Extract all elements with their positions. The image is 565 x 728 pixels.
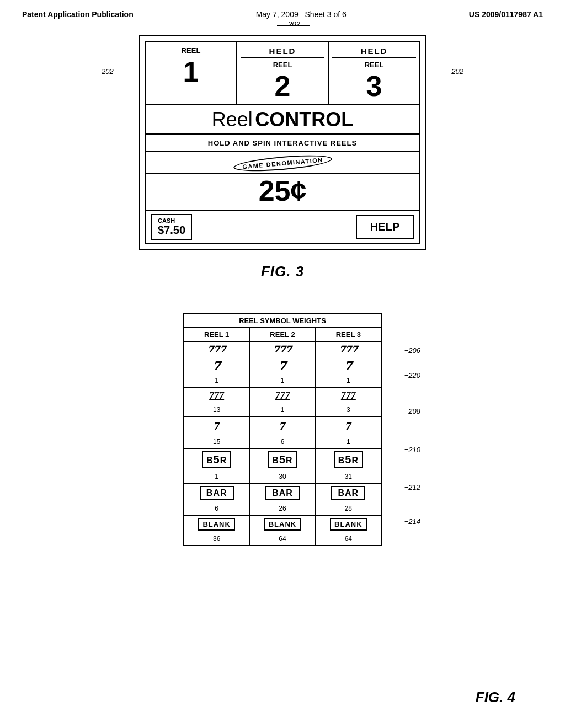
weight-206-c2: 1 xyxy=(249,374,315,387)
ref-214: −214 xyxy=(404,517,420,526)
fancy-seven-3: 7 xyxy=(345,419,351,433)
weight-214-c2: 26 xyxy=(249,502,315,515)
weight-blank-c1: 36 xyxy=(184,533,249,545)
b5r-symbol-2: B5R xyxy=(268,451,297,468)
denom-amount: 25¢ xyxy=(239,176,327,205)
reel2-held: HELD xyxy=(241,46,324,58)
cell-r208-c3: 777 xyxy=(316,387,381,404)
table-row: 777 777 777 xyxy=(184,387,381,404)
cell-r210-c3: 7 xyxy=(316,416,381,436)
ref-212: −212 xyxy=(404,483,420,491)
control-word: CONTROL xyxy=(255,108,353,131)
blank-symbol-1: BLANK xyxy=(198,518,235,531)
ref-220: −220 xyxy=(404,371,420,379)
cell-r214-c3: BAR xyxy=(316,483,381,502)
cell-r212-c1: B5R xyxy=(184,448,249,470)
cash-help-row: CASH $7.50 HELP xyxy=(145,211,420,244)
table-row: BLANK BLANK BLANK xyxy=(184,515,381,533)
weight-208-c2: 1 xyxy=(249,404,315,416)
fig4-caption: FIG. 4 xyxy=(476,689,515,706)
table-row: 6 26 28 xyxy=(184,502,381,515)
table-title: REEL SYMBOL WEIGHTS xyxy=(184,314,381,328)
table-row: 15 6 1 xyxy=(184,436,381,448)
fancy-triple-7-1: 777 xyxy=(209,390,224,401)
reel2-label: REEL xyxy=(241,61,324,69)
reel-1-cell: REEL 1 xyxy=(146,42,237,104)
cell-r214-c1: BAR xyxy=(184,483,249,502)
reel3-number: 3 xyxy=(332,72,416,100)
table-row: 36 64 64 xyxy=(184,533,381,545)
sheet-label: Sheet 3 of 6 xyxy=(305,10,347,19)
table-row: 𝟟𝟟𝟟 𝟟𝟟𝟟 𝟟𝟟𝟟 xyxy=(184,341,381,357)
b5r-symbol-1: B5R xyxy=(202,451,231,468)
reel-control-row: Reel CONTROL xyxy=(145,105,420,135)
cell-r220-c1: 𝟟 xyxy=(184,357,249,374)
cash-box: CASH $7.50 xyxy=(151,214,192,240)
denomination-oval: GAME DENOMINATION xyxy=(233,152,332,174)
fancy-triple-7-2: 777 xyxy=(275,390,290,401)
table-row: 7 7 7 xyxy=(184,416,381,436)
cell-r208-c1: 777 xyxy=(184,387,249,404)
weight-212-c3: 31 xyxy=(316,470,381,483)
hold-spin-text: HOLD AND SPIN INTERACTIVE REELS xyxy=(208,139,357,147)
publication-label: Patent Application Publication xyxy=(22,10,134,19)
col-header-1: REEL 1 xyxy=(184,328,249,341)
denom-amount-section: 25¢ xyxy=(145,174,420,211)
reels-row: REEL 1 HELD REEL 2 HELD REEL 3 xyxy=(145,41,420,105)
cell-r206-c2: 𝟟𝟟𝟟 xyxy=(249,341,315,357)
cell-blank-c3: BLANK xyxy=(316,515,381,533)
weight-214-c1: 6 xyxy=(184,502,249,515)
hold-spin-row: HOLD AND SPIN INTERACTIVE REELS xyxy=(145,135,420,152)
denomination-label: GAME DENOMINATION xyxy=(242,156,323,170)
seven-icon-3: 𝟟 xyxy=(344,360,352,372)
reel1-number: 1 xyxy=(149,57,233,86)
ref-208: −208 xyxy=(404,407,420,415)
weight-blank-c2: 64 xyxy=(249,533,315,545)
weight-blank-c3: 64 xyxy=(316,533,381,545)
blank-symbol-3: BLANK xyxy=(330,518,367,531)
cell-blank-c1: BLANK xyxy=(184,515,249,533)
cell-r214-c2: BAR xyxy=(249,483,315,502)
fig3-section: 202 202 202 REEL 1 HELD REEL 2 HELD REEL xyxy=(0,35,565,280)
table-row: 𝟟 𝟟 𝟟 xyxy=(184,357,381,374)
symbol-weights-table-wrapper: −206 −220 −208 −210 −212 −214 REEL SYMBO… xyxy=(183,313,382,546)
table-row: 1 1 1 xyxy=(184,374,381,387)
ref-210: −210 xyxy=(404,446,420,454)
cell-r220-c3: 𝟟 xyxy=(316,357,381,374)
ref-202-top: 202 xyxy=(288,20,300,28)
col-header-2: REEL 2 xyxy=(249,328,315,341)
seven-icon-1: 𝟟 xyxy=(213,360,221,372)
cash-label: CASH xyxy=(158,217,185,224)
table-row: B5R B5R B5R xyxy=(184,448,381,470)
table-row: BAR BAR BAR xyxy=(184,483,381,502)
cell-r210-c1: 7 xyxy=(184,416,249,436)
date-label: May 7, 2009 xyxy=(256,10,299,19)
reel-3-cell: HELD REEL 3 xyxy=(329,42,419,104)
weight-206-c3: 1 xyxy=(316,374,381,387)
triple-seven-icon-2: 𝟟𝟟𝟟 xyxy=(273,345,291,354)
reel-word: Reel xyxy=(212,108,253,131)
machine-outer-border: REEL 1 HELD REEL 2 HELD REEL 3 Reel CONT… xyxy=(139,35,426,250)
seven-icon-2: 𝟟 xyxy=(279,360,286,372)
fancy-seven-1: 7 xyxy=(214,419,220,433)
weight-210-c3: 1 xyxy=(316,436,381,448)
weight-212-c2: 30 xyxy=(249,470,315,483)
fancy-triple-7-3: 777 xyxy=(341,390,356,401)
cell-r206-c3: 𝟟𝟟𝟟 xyxy=(316,341,381,357)
blank-symbol-2: BLANK xyxy=(264,518,301,531)
cell-r210-c2: 7 xyxy=(249,416,315,436)
cell-blank-c2: BLANK xyxy=(249,515,315,533)
header-center: May 7, 2009 Sheet 3 of 6 xyxy=(256,10,347,19)
cell-r220-c2: 𝟟 xyxy=(249,357,315,374)
machine-diagram: 202 202 202 REEL 1 HELD REEL 2 HELD REEL xyxy=(139,35,426,250)
ref-206: −206 xyxy=(404,346,420,355)
help-button[interactable]: HELP xyxy=(356,215,414,239)
fig4-section: −206 −220 −208 −210 −212 −214 REEL SYMBO… xyxy=(0,313,565,546)
weight-208-c3: 3 xyxy=(316,404,381,416)
weight-206-c1: 1 xyxy=(184,374,249,387)
col-header-3: REEL 3 xyxy=(316,328,381,341)
patent-number: US 2009/0117987 A1 xyxy=(469,10,543,19)
bar-symbol-2: BAR xyxy=(265,486,300,500)
triple-seven-icon-3: 𝟟𝟟𝟟 xyxy=(339,345,358,354)
reel2-number: 2 xyxy=(241,72,324,100)
